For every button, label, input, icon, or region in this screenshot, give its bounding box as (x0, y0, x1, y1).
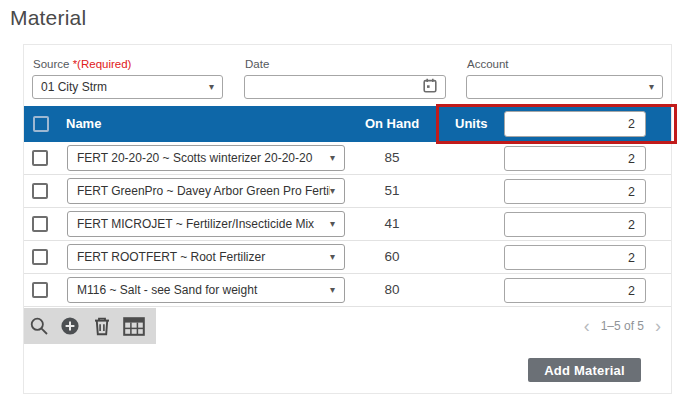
table-row: FERT GreenPro ~ Davey Arbor Green Pro Fe… (24, 175, 671, 208)
material-page: Material Source *(Required) 01 City Strm… (0, 0, 684, 402)
table-row: FERT 20-20-20 ~ Scotts winterizer 20-20-… (24, 142, 671, 175)
units-input[interactable] (504, 245, 646, 270)
on-hand-value: 80 (352, 274, 432, 306)
row-checkbox[interactable] (32, 150, 48, 166)
units-input[interactable] (504, 179, 646, 204)
material-name-select[interactable]: M116 ~ Salt - see Sand for weight ▾ (67, 277, 345, 303)
page-title: Material (10, 6, 86, 30)
previous-page-icon[interactable]: ‹ (584, 317, 590, 335)
row-checkbox[interactable] (32, 249, 48, 265)
source-select-value: 01 City Strm (41, 80, 209, 94)
header-units-input[interactable] (504, 111, 646, 137)
add-record-icon[interactable] (60, 315, 80, 337)
date-label: Date (245, 58, 269, 70)
material-name-select[interactable]: FERT MICROJET ~ Fertilizer/Insecticide M… (67, 211, 345, 237)
table-toolbar (24, 308, 156, 344)
table-row: FERT ROOTFERT ~ Root Fertilizer ▾ 60 (24, 241, 671, 274)
chevron-down-icon: ▾ (330, 285, 335, 295)
account-label: Account (467, 58, 509, 70)
chevron-down-icon: ▾ (330, 186, 335, 196)
source-label: Source *(Required) (33, 58, 131, 70)
account-select[interactable]: ▾ (466, 75, 663, 99)
pagination: ‹ 1–5 of 5 › (584, 317, 661, 335)
column-header-units: Units (455, 116, 488, 131)
date-input[interactable] (244, 75, 446, 99)
material-name-select[interactable]: FERT ROOTFERT ~ Root Fertilizer ▾ (67, 244, 345, 270)
next-page-icon[interactable]: › (655, 317, 661, 335)
select-all-checkbox[interactable] (33, 116, 49, 132)
material-name-select[interactable]: FERT 20-20-20 ~ Scotts winterizer 20-20-… (67, 145, 345, 171)
row-checkbox[interactable] (32, 282, 48, 298)
chevron-down-icon: ▾ (330, 153, 335, 163)
calendar-icon[interactable] (423, 78, 437, 96)
row-checkbox[interactable] (32, 216, 48, 232)
column-header-on-hand: On Hand (352, 116, 432, 131)
chevron-down-icon: ▾ (330, 219, 335, 229)
source-select[interactable]: 01 City Strm ▾ (32, 75, 223, 99)
units-input[interactable] (504, 212, 646, 237)
on-hand-value: 51 (352, 175, 432, 207)
chevron-down-icon: ▾ (649, 82, 654, 92)
material-card: Source *(Required) 01 City Strm ▾ Date A… (23, 44, 672, 394)
pagination-range: 1–5 of 5 (601, 319, 644, 333)
material-name-select[interactable]: FERT GreenPro ~ Davey Arbor Green Pro Fe… (67, 178, 345, 204)
add-material-button[interactable]: Add Material (528, 358, 641, 382)
table-row: FERT MICROJET ~ Fertilizer/Insecticide M… (24, 208, 671, 241)
chevron-down-icon: ▾ (209, 82, 214, 92)
on-hand-value: 41 (352, 208, 432, 240)
column-header-name: Name (66, 116, 101, 131)
grid-view-icon[interactable] (123, 315, 145, 337)
table-header: Name On Hand Units (24, 106, 671, 142)
on-hand-value: 60 (352, 241, 432, 273)
units-input[interactable] (504, 278, 646, 303)
delete-icon[interactable] (92, 315, 112, 337)
row-checkbox[interactable] (32, 183, 48, 199)
table-row: M116 ~ Salt - see Sand for weight ▾ 80 (24, 274, 671, 307)
required-indicator: *(Required) (73, 58, 132, 70)
units-input[interactable] (504, 146, 646, 171)
search-icon[interactable] (29, 315, 49, 337)
on-hand-value: 85 (352, 142, 432, 174)
chevron-down-icon: ▾ (330, 252, 335, 262)
